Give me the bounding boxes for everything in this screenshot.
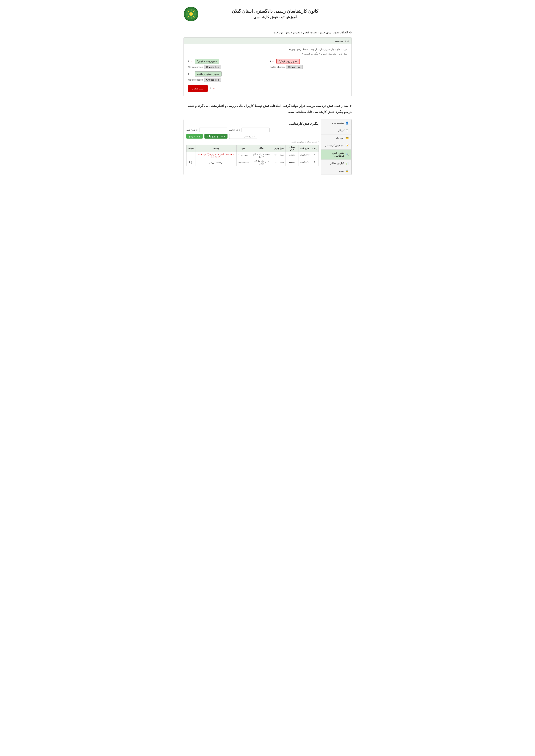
field1-choose-file[interactable]: Choose File [286, 65, 302, 69]
sidebar-item-label: پیگیری فیش کارشناسی [324, 152, 344, 157]
section6-line2: در منو پیگیری فیش کارشناسی قابل مشاهده ا… [183, 109, 352, 115]
sidebar-item-follow-fish[interactable]: 🔍 پیگیری فیش کارشناسی [321, 149, 351, 160]
follow-icon: 🔍 [346, 153, 349, 156]
to-label: تا تاریخ ثبت [229, 128, 240, 131]
field1-no-file: No file chosen [270, 66, 285, 68]
col-date-deposit: تاریخ واریز [273, 145, 286, 152]
sidebar-item-security[interactable]: 🔒 امنیت [321, 167, 351, 175]
field3-label-row: تصویر دستور پرداخت ← ۳ [188, 71, 222, 76]
cell-court-1: رشت اجرای احکام کیفری [250, 152, 273, 159]
from-label: از تاریخ ثبت [186, 128, 198, 131]
cell-status-2: در دست بررسی [196, 159, 236, 166]
col-details: جزئیات [186, 145, 196, 152]
submit-fish-button[interactable]: ثبت فیش [188, 85, 208, 92]
sidebar-item-register-fish[interactable]: 📝 ثبت فیش کارشناسی [321, 142, 351, 149]
submit-arrow-label: ← ۴ [210, 87, 215, 90]
col-fish-no: شماره فیش [286, 145, 298, 152]
attach-file-form: فایل ضمیمه فرمت های مجاز تصویر عبارتند ا… [183, 37, 352, 96]
logo [183, 7, 199, 21]
col-date-register: تاریخ ثبت [298, 145, 311, 152]
security-icon: 🔒 [346, 169, 349, 173]
search-button[interactable]: جست و جو [186, 134, 203, 139]
sidebar-item-financial[interactable]: 💳 امور مالی [321, 134, 351, 142]
sidebar-item-label: کارتابل [338, 129, 344, 132]
header-titles: کانون کارشناسان رسمی دادگستری استان گیلا… [199, 9, 352, 19]
cell-date-deposit-2: ۱۴۰۱/۰۴/۰۷ [273, 159, 286, 166]
dashboard-title: پیگیری فیش کارشناسی [186, 122, 319, 125]
cart-icon: 📋 [346, 129, 349, 132]
field3-arrow: ← ۳ [188, 72, 193, 75]
cell-row-1: 1 [311, 152, 319, 159]
fish-number-input[interactable] [229, 134, 257, 139]
field2-arrow: ← ۲ [188, 60, 193, 63]
from-date-input[interactable] [199, 127, 227, 132]
detail-icon-1[interactable]: ℹ [190, 154, 191, 157]
field2-choose-file[interactable]: Choose File [204, 65, 221, 69]
col-court: دادگاه [250, 145, 273, 152]
cell-status-1: مشخصات فیش با تصویر بارگذاری شده مغایرت … [196, 152, 236, 159]
file-note-1: فرمت های مجاز تصویر عبارتند از: jpg , jp… [188, 47, 347, 52]
cell-date-deposit-1: ۱۴۰۱/۰۴/۰۶ [273, 152, 286, 159]
field1-container: تصویر روی فیش* ← ۱ No file chosen Choose… [270, 59, 347, 69]
section5-title: ۵- الصاق تصویر روی فیش، پشت فیش و تصویر … [183, 31, 352, 34]
form-box-header: فایل ضمیمه [184, 38, 352, 44]
to-date-input[interactable] [241, 127, 269, 132]
field3-label: تصویر دستور پرداخت [195, 71, 222, 76]
file-note-2: بیش ترین حجم مجاز تصویر ۲ مگابایت است. ◄ [188, 52, 347, 56]
cell-date-register-2: ۱۴۰۱/۰۴/۰۷ [298, 159, 311, 166]
cell-fish-no-1: ۱۲۳۴۵۶ [286, 152, 298, 159]
search-export-button[interactable]: جست و جو و چاپ [205, 134, 228, 139]
report-icon: 📊 [346, 162, 349, 165]
dashboard-box: 👤 مشخصات من 📋 کارتابل 💳 امور مالی 📝 ثبت … [183, 119, 352, 175]
cell-detail-1[interactable]: ℹ [186, 152, 196, 159]
table-row: 1 ۱۴۰۱/۰۴/۰۷ ۱۲۳۴۵۶ ۱۴۰۱/۰۴/۰۶ رشت اجرای… [186, 152, 319, 159]
page-header: کانون کارشناسان رسمی دادگستری استان گیلا… [183, 7, 352, 25]
field2-container: تصویر پشت فیش* ← ۲ No file chosen Choose… [188, 59, 266, 69]
field1-label-row: تصویر روی فیش* ← ۱ [270, 59, 300, 64]
cell-date-register-1: ۱۴۰۱/۰۴/۰۷ [298, 152, 311, 159]
cell-row-2: 2 [311, 159, 319, 166]
sidebar-item-my-info[interactable]: 👤 مشخصات من [321, 120, 351, 127]
field3-input-row[interactable]: No file chosen Choose File [188, 78, 221, 82]
fish-table: ردیف تاریخ ثبت شماره فیش تاریخ واریز داد… [186, 145, 319, 166]
sidebar-item-label: ثبت فیش کارشناسی [324, 144, 344, 147]
col-amount: مبلغ [236, 145, 250, 152]
file-fields-row: تصویر روی فیش* ← ۱ No file chosen Choose… [188, 59, 347, 69]
sidebar-item-label: مشخصات من [330, 122, 344, 124]
section6-line1: ۶- بعد از ثبت، فیش در دست بررسی قرار خوا… [183, 103, 352, 109]
cell-amount-2: ۵۰۰،۰۰۰،۰۰۰ [236, 159, 250, 166]
cell-court-2: بندرانزلی دادگاه انقلاب [250, 159, 273, 166]
section6-text: ۶- بعد از ثبت، فیش در دست بررسی قرار خوا… [183, 103, 352, 115]
field1-label: تصویر روی فیش* [276, 59, 300, 64]
field2-label: تصویر پشت فیش* [195, 59, 219, 64]
cell-detail-2[interactable]: 🗑 ℹ [186, 159, 196, 166]
page-title: آموزش ثبت فیش کارشناسی [199, 15, 352, 19]
delete-icon-2[interactable]: 🗑 [190, 161, 193, 164]
sidebar-item-cart[interactable]: 📋 کارتابل [321, 127, 351, 134]
field3-container: تصویر دستور پرداخت ← ۳ No file chosen Ch… [188, 71, 347, 82]
field2-label-row: تصویر پشت فیش* ← ۲ [188, 59, 219, 64]
field3-no-file: No file chosen [188, 78, 203, 81]
register-icon: 📝 [346, 144, 349, 147]
sidebar-item-report[interactable]: 📊 گزارش عملکرد [321, 160, 351, 167]
file-notes: فرمت های مجاز تصویر عبارتند از: jpg , jp… [188, 47, 347, 56]
sidebar-item-label: امنیت [339, 169, 344, 172]
table-row: 2 ۱۴۰۱/۰۴/۰۷ ۸۷۷۸۶۶ ۱۴۰۱/۰۴/۰۷ بندرانزلی… [186, 159, 319, 166]
field1-arrow: ← ۱ [270, 60, 275, 63]
field1-input-row[interactable]: No file chosen Choose File [270, 65, 302, 69]
detail-icon-2[interactable]: ℹ [189, 161, 190, 164]
sidebar-item-label: امور مالی [335, 137, 344, 139]
main-content: پیگیری فیش کارشناسی از تاریخ ثبت تا تاری… [184, 120, 321, 175]
field2-input-row[interactable]: No file chosen Choose File [188, 65, 221, 69]
col-status: وضعیت [196, 145, 236, 152]
cell-fish-no-2: ۸۷۷۸۶۶ [286, 159, 298, 166]
filter-row: از تاریخ ثبت تا تاریخ ثبت [186, 127, 319, 132]
user-icon: 👤 [346, 122, 349, 124]
financial-icon: 💳 [346, 137, 349, 140]
svg-point-2 [189, 12, 193, 16]
col-row: ردیف [311, 145, 319, 152]
cell-amount-1: ۱۰،۰۰۰،۰۰۰ [236, 152, 250, 159]
sidebar: 👤 مشخصات من 📋 کارتابل 💳 امور مالی 📝 ثبت … [321, 120, 352, 175]
field3-choose-file[interactable]: Choose File [204, 78, 221, 82]
field2-no-file: No file chosen [188, 66, 203, 68]
